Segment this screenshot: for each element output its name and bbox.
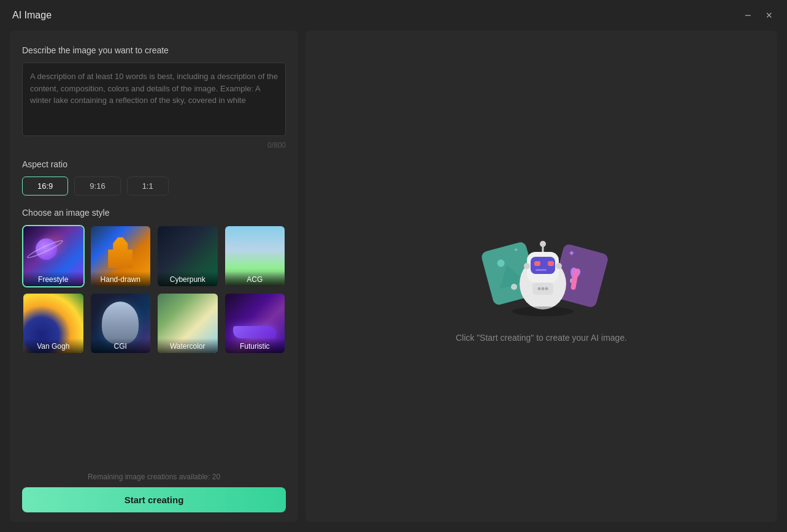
start-creating-button[interactable]: Start creating (22, 487, 286, 512)
svg-point-10 (524, 263, 530, 269)
style-item-vangogh[interactable]: Van Gogh (22, 292, 85, 355)
ratio-buttons: 16:9 9:16 1:1 (22, 177, 286, 196)
bottom-section: Remaining image creations available: 20 … (22, 463, 286, 512)
svg-rect-7 (534, 261, 540, 266)
style-item-freestyle[interactable]: Freestyle (22, 225, 85, 287)
minimize-button[interactable]: − (742, 9, 754, 22)
ratio-9-16-button[interactable]: 9:16 (74, 177, 120, 196)
left-panel: Describe the image you want to create 0/… (10, 31, 298, 522)
style-label-cgi: CGI (91, 338, 151, 353)
style-label-handdrawn: Hand-drawn (91, 272, 151, 286)
svg-point-11 (556, 263, 562, 269)
ratio-1-1-button[interactable]: 1:1 (127, 177, 169, 196)
style-label-vangogh: Van Gogh (23, 338, 83, 353)
aspect-ratio-title: Aspect ratio (22, 159, 286, 169)
close-button[interactable]: × (763, 9, 775, 22)
style-item-cyberpunk[interactable]: Cyberpunk (156, 225, 219, 287)
prompt-text: Click "Start creating" to create your AI… (456, 333, 627, 343)
svg-rect-9 (536, 269, 547, 271)
style-label-futuristic: Futuristic (225, 338, 285, 353)
ratio-16-9-button[interactable]: 16:9 (22, 177, 68, 196)
svg-text:✦: ✦ (568, 248, 575, 258)
svg-text:✦: ✦ (513, 246, 518, 253)
right-panel: ✦ ✦ Click "Start creating" to create you… (305, 31, 777, 522)
svg-point-23 (512, 306, 574, 316)
title-bar-controls: − × (742, 9, 775, 22)
style-label-acg: ACG (225, 272, 285, 286)
style-item-cgi[interactable]: CGI (90, 292, 152, 355)
description-section: Describe the image you want to create 0/… (22, 45, 286, 159)
style-label-freestyle: Freestyle (23, 272, 83, 286)
main-window: AI Image − × Describe the image you want… (0, 0, 787, 532)
style-label-watercolor: Watercolor (158, 338, 218, 353)
style-item-acg[interactable]: ACG (224, 225, 286, 287)
description-textarea[interactable] (22, 63, 286, 136)
robot-illustration: ✦ ✦ (468, 210, 615, 321)
title-bar: AI Image − × (0, 0, 787, 31)
char-count: 0/800 (22, 141, 286, 150)
styles-section: Choose an image style Freestyle (22, 208, 286, 463)
window-title: AI Image (12, 10, 52, 21)
remaining-text: Remaining image creations available: 20 (22, 473, 286, 481)
svg-point-16 (541, 287, 544, 291)
svg-rect-8 (548, 261, 554, 266)
svg-point-13 (540, 241, 546, 247)
style-grid: Freestyle Hand-drawn Cyberpunk (22, 225, 286, 354)
svg-point-20 (511, 284, 517, 290)
svg-point-17 (545, 287, 548, 291)
styles-title: Choose an image style (22, 208, 286, 218)
svg-point-15 (537, 287, 540, 291)
style-item-watercolor[interactable]: Watercolor (156, 292, 219, 355)
main-content: Describe the image you want to create 0/… (0, 31, 787, 532)
style-item-futuristic[interactable]: Futuristic (224, 292, 286, 355)
description-title: Describe the image you want to create (22, 45, 286, 55)
style-item-handdrawn[interactable]: Hand-drawn (90, 225, 152, 287)
style-label-cyberpunk: Cyberpunk (158, 272, 218, 286)
aspect-ratio-section: Aspect ratio 16:9 9:16 1:1 (22, 159, 286, 196)
